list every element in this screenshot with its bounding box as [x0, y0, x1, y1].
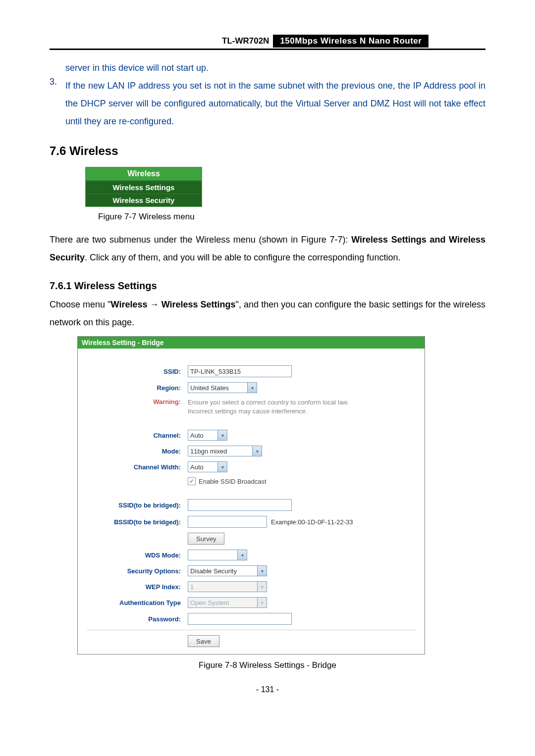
chevron-down-icon: ▾ — [257, 566, 267, 576]
chevron-down-icon: ▾ — [237, 550, 247, 560]
password-label: Password: — [87, 615, 188, 623]
ssid-bridged-input[interactable] — [188, 499, 292, 511]
header-rule — [50, 49, 485, 50]
page-number: - 131 - — [50, 685, 485, 694]
region-label: Region: — [87, 384, 188, 392]
wds-mode-select[interactable]: ▾ — [188, 550, 247, 560]
auth-type-select: Open System ▾ — [188, 597, 267, 608]
chevron-down-icon: ▾ — [217, 462, 227, 472]
warning-label: Warning: — [87, 398, 188, 405]
mode-label: Mode: — [87, 448, 188, 455]
chevron-down-icon: ▾ — [247, 383, 257, 393]
channel-label: Channel: — [87, 432, 188, 439]
subsection-heading: 7.6.1 Wireless Settings — [50, 280, 485, 292]
save-button[interactable]: Save — [188, 635, 219, 647]
menu-item-wireless-settings: Wireless Settings — [86, 181, 202, 194]
paragraph-choose-menu: Choose menu "Wireless → Wireless Setting… — [50, 296, 485, 331]
enable-ssid-broadcast-checkbox[interactable]: ✓ — [188, 477, 196, 485]
wep-index-select: 1 ▾ — [188, 581, 267, 592]
bssid-bridged-label: BSSID(to be bridged): — [87, 518, 188, 526]
region-select[interactable]: United States ▾ — [188, 382, 257, 393]
wep-index-label: WEP Index: — [87, 583, 188, 591]
menu-header: Wireless — [86, 167, 202, 181]
model-label: TL-WR702N — [218, 35, 273, 48]
ssid-input[interactable] — [188, 365, 292, 377]
security-options-label: Security Options: — [87, 567, 188, 575]
warning-text: Ensure you select a correct country to c… — [188, 398, 366, 416]
enable-ssid-broadcast-label: Enable SSID Broadcast — [199, 478, 267, 485]
chevron-down-icon: ▾ — [252, 446, 262, 456]
model-description: 150Mbps Wireless N Nano Router — [273, 35, 428, 48]
wireless-menu-screenshot: Wireless Wireless Settings Wireless Secu… — [85, 167, 202, 207]
wds-mode-label: WDS Mode: — [87, 552, 188, 559]
doc-header: TL-WR702N 150Mbps Wireless N Nano Router — [218, 35, 485, 48]
survey-button[interactable]: Survey — [188, 533, 224, 545]
wireless-setting-panel: Wireless Setting - Bridge SSID: Region: … — [77, 336, 425, 655]
continued-paragraph: server in this device will not start up. — [65, 59, 485, 77]
ssid-bridged-label: SSID(to be bridged): — [87, 502, 188, 509]
chevron-down-icon: ▾ — [217, 430, 227, 440]
ssid-label: SSID: — [87, 368, 188, 375]
bssid-bridged-input[interactable] — [188, 516, 267, 528]
chevron-down-icon: ▾ — [257, 582, 267, 592]
chevron-down-icon: ▾ — [257, 598, 267, 607]
panel-title: Wireless Setting - Bridge — [78, 337, 425, 349]
menu-item-wireless-security: Wireless Security — [86, 194, 202, 206]
section-heading: 7.6 Wireless — [50, 144, 485, 158]
figure-7-8-caption: Figure 7-8 Wireless Settings - Bridge — [50, 660, 485, 670]
auth-type-label: Authentication Type — [87, 599, 188, 606]
channel-width-label: Channel Width: — [87, 463, 188, 471]
list-marker: 3. — [50, 77, 65, 130]
channel-width-select[interactable]: Auto ▾ — [188, 461, 227, 472]
mode-select[interactable]: 11bgn mixed ▾ — [188, 446, 262, 456]
channel-select[interactable]: Auto ▾ — [188, 430, 227, 441]
security-options-select[interactable]: Disable Security ▾ — [188, 565, 267, 576]
password-input[interactable] — [188, 613, 292, 625]
bssid-example: Example:00-1D-0F-11-22-33 — [271, 518, 353, 526]
paragraph-submenus: There are two submenus under the Wireles… — [50, 231, 485, 266]
divider — [87, 630, 416, 630]
list-text: If the new LAN IP address you set is not… — [65, 77, 485, 130]
figure-7-7-caption: Figure 7-7 Wireless menu — [98, 212, 485, 222]
list-item: 3. If the new LAN IP address you set is … — [50, 77, 485, 130]
